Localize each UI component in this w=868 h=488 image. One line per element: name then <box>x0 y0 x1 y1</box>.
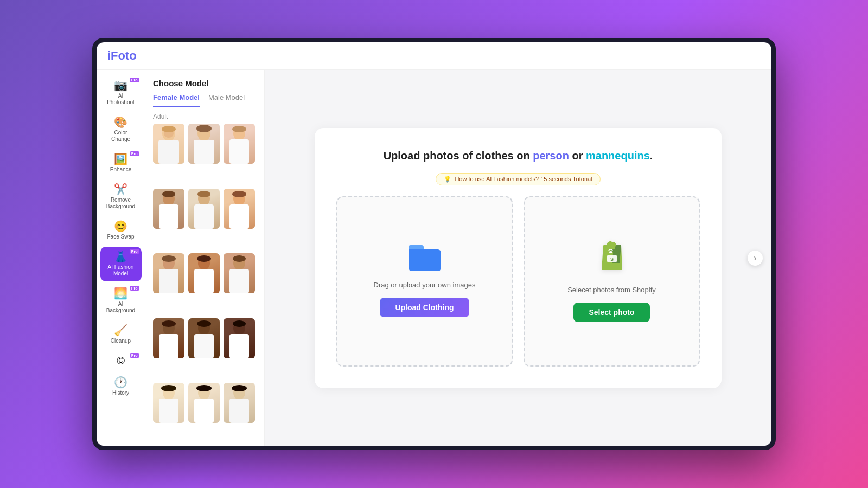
svg-rect-32 <box>194 334 214 358</box>
section-adult-label: Adult <box>145 113 264 124</box>
sidebar-item-color-change[interactable]: 🎨 ColorChange <box>100 112 142 147</box>
folder-icon <box>409 245 441 272</box>
copyright-icon: ©️ <box>117 355 125 366</box>
model-thumb[interactable] <box>224 383 255 423</box>
svg-rect-41 <box>194 399 214 423</box>
history-icon: 🕐 <box>114 377 127 388</box>
svg-rect-23 <box>194 269 214 293</box>
person-text: person <box>533 150 569 162</box>
model-thumb[interactable] <box>153 124 184 164</box>
sidebar-item-ai-fashion[interactable]: 👗 AI FashionModel Pro <box>100 247 142 281</box>
shopify-area: S Selecet photos from Shopify Select pho… <box>524 196 700 367</box>
upload-title: Upload photos of clothes on person or ma… <box>384 150 653 162</box>
model-thumb[interactable] <box>153 253 184 293</box>
upload-areas: Drag or upload your own images Upload Cl… <box>336 196 700 367</box>
model-grid <box>145 124 264 446</box>
svg-rect-29 <box>159 334 178 358</box>
app-logo: iFoto <box>107 49 137 63</box>
model-thumb[interactable] <box>188 189 220 229</box>
svg-rect-44 <box>229 399 249 423</box>
model-panel: Choose Model Female Model Male Model Adu… <box>145 70 265 446</box>
tutorial-text: How to use AI Fashion models? 15 seconds… <box>455 176 592 182</box>
sidebar-item-face-swap[interactable]: 😊 Face Swap <box>100 216 142 245</box>
model-thumb[interactable] <box>224 253 255 293</box>
model-thumb[interactable] <box>153 383 184 423</box>
color-change-icon: 🎨 <box>114 117 127 127</box>
svg-rect-14 <box>194 204 214 229</box>
svg-point-6 <box>196 125 212 132</box>
upload-own-area: Drag or upload your own images Upload Cl… <box>336 196 513 367</box>
cleanup-icon: 🧹 <box>114 325 127 336</box>
select-photo-button[interactable]: Select photo <box>573 303 649 322</box>
upload-area-label: Drag or upload your own images <box>374 281 476 289</box>
shopify-area-label: Selecet photos from Shopify <box>567 286 656 294</box>
sidebar-item-history[interactable]: 🕐 History <box>100 373 142 401</box>
model-thumb[interactable] <box>153 318 184 358</box>
svg-point-12 <box>162 191 175 197</box>
enhance-icon: 🖼️ <box>114 153 127 164</box>
model-panel-title: Choose Model <box>145 70 264 93</box>
shopify-icon: S <box>597 240 627 277</box>
photoshoot-icon: 📷 <box>114 80 127 91</box>
svg-point-36 <box>233 320 246 327</box>
upload-title-start: Upload photos of clothes on <box>384 150 533 162</box>
svg-point-46 <box>609 251 612 253</box>
svg-point-15 <box>197 191 210 197</box>
app-body: 📷 AIPhotoshoot Pro 🎨 ColorChange 🖼️ Enha… <box>97 70 771 446</box>
ai-fashion-icon: 👗 <box>114 251 127 262</box>
svg-text:S: S <box>610 256 613 262</box>
model-thumb[interactable] <box>224 124 255 164</box>
model-thumb[interactable] <box>188 253 220 293</box>
model-tabs: Female Model Male Model <box>145 93 264 107</box>
svg-rect-5 <box>194 140 214 164</box>
model-thumb[interactable] <box>224 318 255 358</box>
sidebar-item-photoshoot[interactable]: 📷 AIPhotoshoot Pro <box>100 75 142 110</box>
chevron-right-button[interactable]: › <box>748 251 763 266</box>
model-thumb[interactable] <box>224 189 255 229</box>
ai-background-icon: 🌅 <box>114 288 127 299</box>
mannequin-text: mannequins <box>586 150 650 162</box>
remove-bg-icon: ✂️ <box>114 184 127 195</box>
svg-rect-11 <box>159 204 178 229</box>
face-swap-icon: 😊 <box>114 221 127 232</box>
app-header: iFoto <box>97 42 771 70</box>
upload-card: Upload photos of clothes on person or ma… <box>315 128 722 388</box>
upload-title-end: . <box>650 150 653 162</box>
svg-rect-17 <box>229 204 249 229</box>
svg-point-45 <box>232 385 247 391</box>
svg-point-3 <box>162 126 176 132</box>
svg-rect-26 <box>229 269 249 293</box>
device-frame: iFoto 📷 AIPhotoshoot Pro 🎨 ColorChange 🖼… <box>92 38 776 450</box>
svg-point-33 <box>197 320 211 327</box>
sidebar: 📷 AIPhotoshoot Pro 🎨 ColorChange 🖼️ Enha… <box>97 70 145 446</box>
model-thumb[interactable] <box>188 318 220 358</box>
svg-point-42 <box>196 385 212 391</box>
sidebar-item-enhance[interactable]: 🖼️ Enhance Pro <box>100 149 142 177</box>
main-content: Upload photos of clothes on person or ma… <box>265 70 771 446</box>
model-thumb[interactable] <box>153 189 184 229</box>
svg-point-18 <box>232 191 246 197</box>
model-thumb[interactable] <box>188 124 220 164</box>
upload-title-mid: or <box>569 150 586 162</box>
tab-female-model[interactable]: Female Model <box>153 93 200 107</box>
app-window: iFoto 📷 AIPhotoshoot Pro 🎨 ColorChange 🖼… <box>97 42 771 446</box>
svg-rect-2 <box>158 140 179 164</box>
sidebar-item-ai-background[interactable]: 🌅 AIBackground Pro <box>100 284 142 318</box>
svg-rect-35 <box>229 334 249 358</box>
sidebar-item-cleanup[interactable]: 🧹 Cleanup <box>100 320 142 349</box>
tutorial-hint[interactable]: 💡 How to use AI Fashion models? 15 secon… <box>436 173 600 185</box>
upload-clothing-button[interactable]: Upload Clothing <box>380 298 469 317</box>
sidebar-item-copyright[interactable]: ©️ Pro <box>100 351 142 370</box>
svg-point-30 <box>162 320 176 327</box>
lightbulb-icon: 💡 <box>444 176 451 183</box>
sidebar-item-remove-bg[interactable]: ✂️ RemoveBackground <box>100 179 142 214</box>
svg-point-24 <box>197 255 211 262</box>
svg-point-21 <box>162 255 176 262</box>
svg-rect-38 <box>159 399 178 423</box>
svg-point-39 <box>161 385 176 391</box>
tab-male-model[interactable]: Male Model <box>208 93 245 107</box>
svg-point-9 <box>232 126 246 132</box>
model-thumb[interactable] <box>188 383 220 423</box>
svg-rect-8 <box>229 139 249 164</box>
svg-rect-20 <box>159 269 178 293</box>
